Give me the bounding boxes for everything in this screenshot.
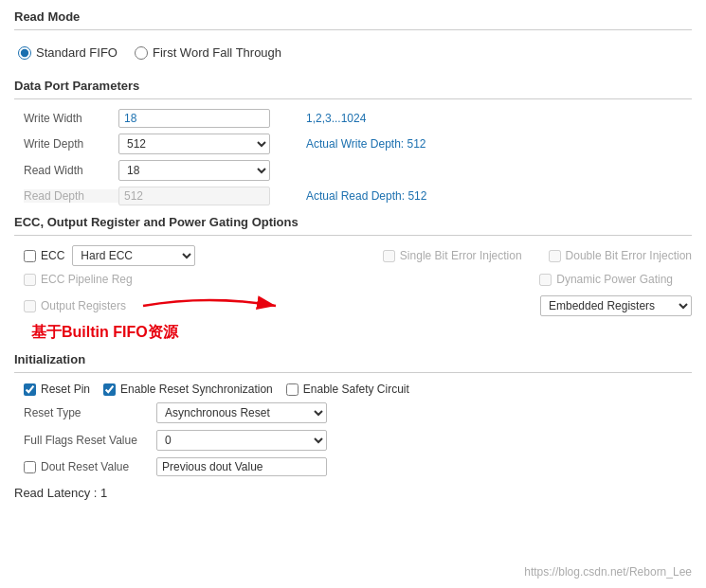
standard-fifo-label: Standard FIFO: [36, 45, 118, 60]
write-width-input-wrap: ✕: [118, 109, 270, 128]
param-grid: Write Width ✕ 1,2,3...1024 Write Depth 5…: [14, 109, 692, 205]
ecc-section-title: ECC, Output Register and Power Gating Op…: [14, 215, 692, 229]
write-depth-label: Write Depth: [24, 137, 118, 151]
initialization-divider: [14, 372, 692, 373]
init-row-1: Reset Pin Enable Reset Synchronization E…: [24, 383, 692, 396]
output-registers-label[interactable]: Output Registers: [24, 299, 126, 312]
first-word-fall-through-option[interactable]: First Word Fall Through: [135, 45, 281, 60]
dynamic-power-gating-label[interactable]: Dynamic Power Gating: [539, 273, 673, 286]
initialization-grid: Reset Pin Enable Reset Synchronization E…: [14, 383, 692, 476]
reset-pin-text: Reset Pin: [41, 383, 90, 396]
embedded-registers-select[interactable]: Embedded Registers No Registers: [540, 295, 692, 316]
read-width-select[interactable]: 18: [118, 160, 270, 181]
ecc-label: ECC: [41, 249, 64, 262]
ecc-divider: [14, 235, 692, 236]
enable-reset-sync-text: Enable Reset Synchronization: [120, 383, 273, 396]
reset-pin-label[interactable]: Reset Pin: [24, 383, 90, 396]
dout-reset-input[interactable]: [156, 457, 327, 476]
dout-reset-row: Dout Reset Value: [24, 457, 692, 476]
annotation-row: 基于Builtin FIFO资源: [14, 323, 692, 343]
first-word-fall-through-radio[interactable]: [135, 46, 148, 60]
initialization-section: Initialization Reset Pin Enable Reset Sy…: [14, 352, 692, 476]
ecc-section: ECC, Output Register and Power Gating Op…: [14, 215, 692, 343]
ecc-type-select[interactable]: Hard ECC Soft ECC: [72, 245, 195, 266]
dynamic-power-gating-checkbox[interactable]: [539, 274, 552, 286]
single-bit-error-label[interactable]: Single Bit Error Injection: [383, 249, 522, 262]
single-bit-error-text: Single Bit Error Injection: [400, 249, 522, 262]
full-flags-row: Full Flags Reset Value 0 1: [24, 430, 692, 451]
double-bit-error-text: Double Bit Error Injection: [566, 249, 692, 262]
enable-reset-sync-checkbox[interactable]: [103, 383, 116, 396]
read-width-label: Read Width: [24, 164, 118, 177]
initialization-title: Initialization: [14, 352, 692, 366]
standard-fifo-radio[interactable]: [18, 46, 31, 60]
read-mode-title: Read Mode: [14, 9, 692, 24]
ecc-select-wrap: Hard ECC Soft ECC: [72, 245, 195, 266]
full-flags-select[interactable]: 0 1: [156, 430, 327, 451]
read-mode-radio-group: Standard FIFO First Word Fall Through: [14, 40, 692, 69]
standard-fifo-option[interactable]: Standard FIFO: [18, 45, 118, 60]
write-width-hint: 1,2,3...1024: [299, 112, 692, 125]
dout-reset-label[interactable]: Dout Reset Value: [24, 460, 156, 473]
write-depth-select[interactable]: 512: [118, 134, 270, 154]
dynamic-power-gating-text: Dynamic Power Gating: [556, 273, 673, 286]
read-depth-input: [119, 187, 271, 205]
watermark: https://blog.csdn.net/Reborn_Lee: [524, 565, 692, 579]
write-width-input[interactable]: [119, 110, 270, 127]
single-bit-error-checkbox[interactable]: [383, 250, 395, 262]
write-width-label: Write Width: [24, 112, 118, 125]
reset-type-row: Reset Type Asynchronous Reset Synchronou…: [24, 402, 692, 423]
write-depth-info: Actual Write Depth: 512: [299, 137, 692, 151]
enable-safety-circuit-text: Enable Safety Circuit: [303, 383, 409, 396]
read-mode-section: Read Mode Standard FIFO First Word Fall …: [14, 9, 692, 69]
read-depth-info: Actual Read Depth: 512: [299, 189, 692, 203]
reset-type-select[interactable]: Asynchronous Reset Synchronous Reset: [156, 402, 327, 423]
read-mode-divider: [14, 29, 692, 30]
ecc-checkbox[interactable]: [24, 250, 36, 262]
ecc-pipeline-reg-checkbox[interactable]: [24, 274, 36, 286]
reset-type-label: Reset Type: [24, 406, 156, 419]
dout-reset-checkbox[interactable]: [24, 461, 36, 473]
ecc-checkbox-label[interactable]: ECC: [24, 249, 64, 262]
read-latency: Read Latency : 1: [14, 486, 692, 500]
ecc-pipeline-reg-text: ECC Pipeline Reg: [41, 273, 133, 286]
data-port-parameters-title: Data Port Parameters: [14, 79, 692, 93]
double-bit-error-checkbox[interactable]: [549, 250, 561, 262]
dout-reset-text: Dout Reset Value: [41, 460, 129, 473]
full-flags-label: Full Flags Reset Value: [24, 434, 156, 447]
enable-safety-circuit-label[interactable]: Enable Safety Circuit: [286, 383, 409, 396]
annotation-text: 基于Builtin FIFO资源: [31, 324, 178, 340]
data-port-parameters-section: Data Port Parameters Write Width ✕ 1,2,3…: [14, 79, 692, 205]
first-word-fall-through-label: First Word Fall Through: [153, 45, 281, 60]
enable-reset-sync-label[interactable]: Enable Reset Synchronization: [103, 383, 273, 396]
enable-safety-circuit-checkbox[interactable]: [286, 383, 299, 396]
read-depth-wrap: [118, 187, 270, 205]
data-port-divider: [14, 98, 692, 99]
double-bit-error-label[interactable]: Double Bit Error Injection: [549, 249, 692, 262]
arrow-icon: [134, 293, 285, 319]
output-registers-text: Output Registers: [41, 299, 126, 312]
reset-pin-checkbox[interactable]: [24, 383, 36, 396]
ecc-pipeline-reg-label[interactable]: ECC Pipeline Reg: [24, 273, 133, 286]
read-depth-label: Read Depth: [24, 189, 118, 203]
output-registers-checkbox[interactable]: [24, 300, 36, 312]
